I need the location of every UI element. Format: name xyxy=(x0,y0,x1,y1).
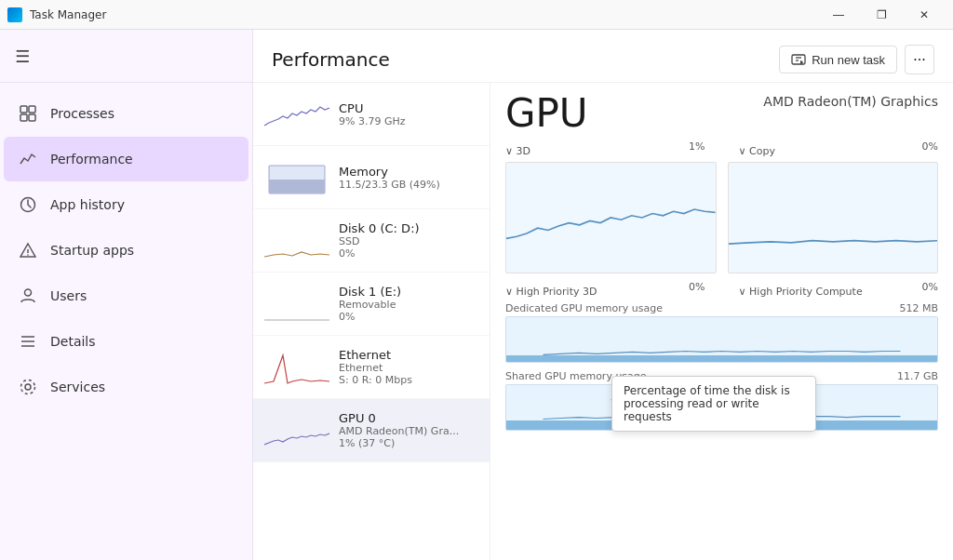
run-new-task-button[interactable]: Run new task xyxy=(779,46,897,73)
memory-name: Memory xyxy=(339,165,478,179)
device-item-memory[interactable]: Memory 11.5/23.3 GB (49%) xyxy=(253,146,490,209)
users-icon xyxy=(19,287,37,305)
device-item-cpu[interactable]: CPU 9% 3.79 GHz xyxy=(253,83,490,146)
performance-icon xyxy=(19,150,37,168)
sidebar-item-performance[interactable]: Performance xyxy=(4,137,248,181)
main-area: ☰ Processes xyxy=(0,30,953,560)
sidebar-item-startup-apps-label: Startup apps xyxy=(50,243,134,258)
cpu-name: CPU xyxy=(339,101,478,115)
gpu-title: GPU xyxy=(505,94,588,133)
cpu-chart xyxy=(264,93,329,135)
disk1-chart xyxy=(264,283,329,325)
sidebar-top: ☰ xyxy=(0,30,252,83)
device-list: CPU 9% 3.79 GHz Memory 11.5/23.3 GB xyxy=(253,83,490,560)
sidebar-item-processes[interactable]: Processes xyxy=(4,91,248,136)
metrics-row-1: ∨ 3D 1% ∨ Copy 0% xyxy=(505,140,938,158)
svg-rect-3 xyxy=(29,114,35,121)
services-icon xyxy=(19,378,37,396)
sidebar-item-details[interactable]: Details xyxy=(4,319,248,364)
memory-sub: 11.5/23.3 GB (49%) xyxy=(339,179,478,191)
svg-rect-0 xyxy=(20,106,27,113)
gpu0-val: 1% (37 °C) xyxy=(339,437,478,449)
metric-hipri3d-label: High Priority 3D xyxy=(517,286,597,298)
titlebar: Task Manager — ❐ ✕ xyxy=(0,0,953,30)
cpu-sub: 9% 3.79 GHz xyxy=(339,115,478,127)
metric-3d: ∨ 3D 1% xyxy=(505,140,705,158)
svg-rect-2 xyxy=(20,114,27,121)
metric-copy: ∨ Copy 0% xyxy=(739,140,939,158)
sidebar-item-startup-apps[interactable]: Startup apps xyxy=(4,228,248,273)
dedicated-label: Dedicated GPU memory usage xyxy=(505,302,663,314)
disk0-chart xyxy=(264,220,329,261)
close-button[interactable]: ✕ xyxy=(903,0,946,30)
memory-info: Memory 11.5/23.3 GB (49%) xyxy=(339,165,478,191)
detail-panel: GPU AMD Radeon(TM) Graphics ∨ 3D 1% ∨ Co… xyxy=(490,83,953,560)
window-title: Task Manager xyxy=(30,8,817,21)
details-icon xyxy=(19,332,37,351)
processes-icon xyxy=(19,104,37,123)
header-actions: Run new task ··· xyxy=(779,45,934,74)
app-history-icon xyxy=(19,195,37,214)
device-item-disk1[interactable]: Disk 1 (E:) Removable 0% xyxy=(253,273,490,336)
svg-rect-21 xyxy=(729,166,938,270)
cpu-info: CPU 9% 3.79 GHz xyxy=(339,101,478,127)
metric-copy-value: 0% xyxy=(922,140,938,153)
hamburger-button[interactable]: ☰ xyxy=(4,37,41,74)
sidebar-item-services[interactable]: Services xyxy=(4,365,248,409)
svg-rect-18 xyxy=(269,180,325,193)
metric-3d-label: 3D xyxy=(517,145,530,157)
app-icon xyxy=(7,7,22,22)
content-header: Performance Run new task ··· xyxy=(253,30,953,83)
ethernet-name: Ethernet xyxy=(339,348,478,362)
sidebar: ☰ Processes xyxy=(0,30,253,560)
content-body: CPU 9% 3.79 GHz Memory 11.5/23.3 GB xyxy=(253,83,953,560)
sidebar-item-details-label: Details xyxy=(50,334,96,349)
disk0-sub: SSD xyxy=(339,235,478,247)
metric-hipri3d: ∨ High Priority 3D 0% xyxy=(505,281,705,299)
maximize-button[interactable]: ❐ xyxy=(860,0,903,30)
svg-rect-1 xyxy=(29,106,35,113)
disk0-info: Disk 0 (C: D:) SSD 0% xyxy=(339,221,478,260)
metric-copy-chevron: ∨ xyxy=(739,145,750,157)
gpu0-name: GPU 0 xyxy=(339,411,478,425)
gpu0-chart xyxy=(264,409,329,451)
dedicated-memory-labels: Dedicated GPU memory usage 512 MB xyxy=(505,302,938,314)
dedicated-memory-section: Dedicated GPU memory usage 512 MB xyxy=(505,302,938,363)
metric-3d-chevron: ∨ xyxy=(505,145,517,157)
window-controls: — ❐ ✕ xyxy=(817,0,946,30)
device-item-disk0[interactable]: Disk 0 (C: D:) SSD 0% xyxy=(253,209,490,273)
metric-3d-value: 1% xyxy=(689,140,705,153)
run-task-icon xyxy=(791,52,806,67)
gpu-full-name: AMD Radeon(TM) Graphics xyxy=(763,94,938,109)
device-item-ethernet[interactable]: Ethernet Ethernet S: 0 R: 0 Mbps xyxy=(253,336,490,399)
metric-copy-label: Copy xyxy=(749,145,775,157)
shared-value: 11.7 GB xyxy=(897,370,938,382)
disk1-sub: Removable xyxy=(339,299,478,311)
sidebar-item-users-label: Users xyxy=(50,288,87,303)
disk1-name: Disk 1 (E:) xyxy=(339,285,478,299)
metric-hipricopute: ∨ High Priority Compute 0% xyxy=(739,281,939,299)
tooltip-text: Percentage of time the disk is processin… xyxy=(624,384,790,423)
svg-point-8 xyxy=(25,289,32,296)
disk0-name: Disk 0 (C: D:) xyxy=(339,221,478,235)
dedicated-memory-bar xyxy=(505,316,938,363)
startup-apps-icon xyxy=(19,241,37,260)
metric-hipricopute-label: High Priority Compute xyxy=(749,286,863,298)
sidebar-item-users[interactable]: Users xyxy=(4,273,248,318)
tooltip: Percentage of time the disk is processin… xyxy=(611,376,816,432)
ethernet-chart xyxy=(264,346,329,388)
metric-hipri3d-value: 0% xyxy=(689,281,705,293)
page-title: Performance xyxy=(272,48,390,71)
gpu0-info: GPU 0 AMD Radeon(TM) Gra... 1% (37 °C) xyxy=(339,411,478,449)
metrics-row-2: ∨ High Priority 3D 0% ∨ High Priority Co… xyxy=(505,281,938,299)
device-item-gpu0[interactable]: GPU 0 AMD Radeon(TM) Gra... 1% (37 °C) xyxy=(253,399,490,462)
sidebar-item-services-label: Services xyxy=(50,380,105,394)
detail-header: GPU AMD Radeon(TM) Graphics xyxy=(505,94,938,133)
content-area: Performance Run new task ··· xyxy=(253,30,953,560)
dedicated-value: 512 MB xyxy=(899,302,938,314)
minimize-button[interactable]: — xyxy=(817,0,860,30)
sidebar-item-app-history[interactable]: App history xyxy=(4,182,248,227)
more-options-button[interactable]: ··· xyxy=(905,45,934,74)
ethernet-info: Ethernet Ethernet S: 0 R: 0 Mbps xyxy=(339,348,478,386)
disk1-val: 0% xyxy=(339,311,478,323)
